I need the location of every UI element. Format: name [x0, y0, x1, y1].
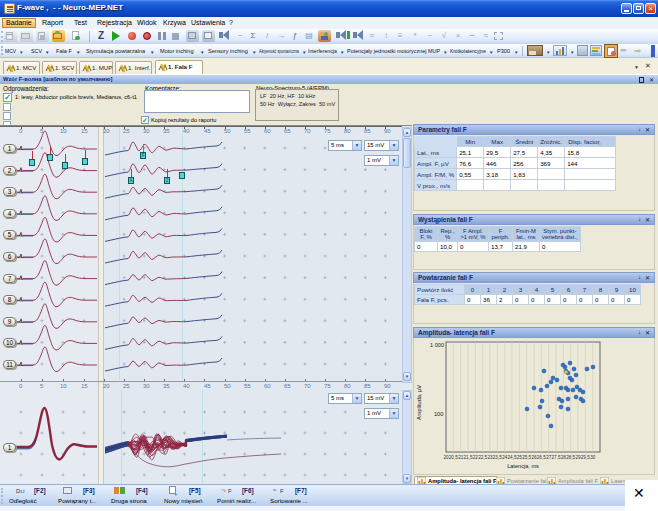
svg-text:29,5: 29,5	[581, 455, 590, 460]
svg-text:Latencja, ms: Latencja, ms	[507, 463, 539, 469]
svg-text:25,5: 25,5	[522, 455, 531, 460]
svg-text:1 000: 1 000	[430, 342, 444, 348]
svg-text:27,5: 27,5	[552, 455, 561, 460]
svg-text:100: 100	[434, 411, 443, 417]
svg-text:26,5: 26,5	[537, 455, 546, 460]
svg-text:23,5: 23,5	[493, 455, 502, 460]
svg-text:22,5: 22,5	[478, 455, 487, 460]
svg-text:28,5: 28,5	[566, 455, 575, 460]
svg-text:21,5: 21,5	[464, 455, 473, 460]
svg-text:24,5: 24,5	[508, 455, 517, 460]
svg-text:Amplituda, µV: Amplituda, µV	[416, 385, 422, 420]
svg-text:20,5: 20,5	[449, 455, 458, 460]
svg-text:30: 30	[590, 455, 596, 460]
